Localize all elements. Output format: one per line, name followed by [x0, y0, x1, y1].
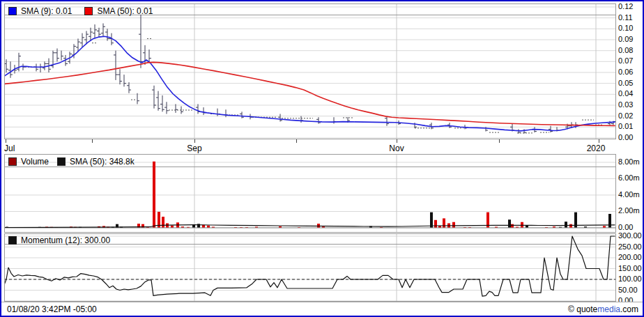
- quotemedia-credit-link[interactable]: © quotemedia.com: [568, 304, 638, 314]
- y-axis-tick-label: 0.05: [618, 79, 644, 88]
- y-axis-tick-label: 200.00: [618, 253, 644, 262]
- x-axis-tick: [397, 139, 397, 143]
- x-axis-tick: [194, 139, 195, 143]
- y-axis-tick-label: 150.00: [618, 264, 644, 273]
- x-axis-tick: [296, 139, 297, 143]
- y-axis-tick-label: 6.00m: [618, 173, 644, 183]
- price-legend: SMA (9): 0.01 SMA (50): 0.01: [8, 6, 153, 16]
- y-axis-tick-label: 250.00: [618, 242, 644, 252]
- x-axis-tick: [599, 139, 599, 143]
- sma50-swatch-icon: [84, 7, 93, 15]
- x-axis-tick: [499, 139, 500, 143]
- quote-timestamp: 01/08/20 3:42PM -05:00: [7, 304, 97, 314]
- legend-item-sma50: SMA (50): 0.01: [84, 6, 153, 16]
- y-axis-tick-label: 0.00: [618, 223, 644, 232]
- y-axis-tick-label: 0.04: [618, 89, 644, 98]
- y-axis-tick-label: 0.10: [618, 24, 644, 33]
- price-chart: [4, 3, 616, 139]
- price-panel: [4, 3, 616, 139]
- x-axis: JulSepNov2020: [4, 139, 616, 154]
- sma50-label: SMA (50): 0.01: [97, 6, 153, 16]
- y-axis-tick-label: 0.07: [618, 56, 644, 65]
- x-axis-label: 2020: [575, 144, 617, 153]
- y-axis-tick-label: 300.00: [618, 231, 644, 240]
- credit-suffix: .com: [620, 304, 638, 314]
- y-axis-tick-label: 0.12: [618, 2, 644, 11]
- x-axis-tick: [6, 139, 6, 143]
- legend-item-volume: Volume: [8, 157, 49, 167]
- y-axis-tick-label: 8.00m: [618, 157, 644, 167]
- legend-item-momentum: Momentum (12): 300.00: [8, 235, 110, 245]
- sma9-label: SMA (9): 0.01: [21, 6, 72, 16]
- momentum-label: Momentum (12): 300.00: [21, 235, 110, 245]
- volume-swatch-icon: [8, 157, 17, 166]
- y-axis-tick-label: 0.02: [618, 111, 644, 121]
- y-axis-tick-label: 0.09: [618, 35, 644, 44]
- credit-highlight: media: [597, 304, 620, 314]
- volume-sma50-label: SMA (50): 348.8k: [70, 157, 135, 167]
- momentum-legend: Momentum (12): 300.00: [8, 235, 110, 245]
- footer-bar: 01/08/20 3:42PM -05:00 © quotemedia.com: [1, 302, 643, 316]
- credit-prefix: © quote: [568, 304, 597, 314]
- x-axis-label: Sep: [174, 144, 215, 153]
- y-axis-tick-label: 0.11: [618, 13, 644, 22]
- sma9-swatch-icon: [8, 7, 17, 15]
- stock-chart-widget: SMA (9): 0.01 SMA (50): 0.01 JulSepNov20…: [0, 0, 644, 317]
- volume-legend: Volume SMA (50): 348.8k: [8, 157, 135, 167]
- y-axis-tick-label: 50.00: [618, 286, 644, 295]
- legend-item-sma9: SMA (9): 0.01: [8, 6, 72, 16]
- y-axis-tick-label: 2.00m: [618, 206, 644, 215]
- volume-sma50-swatch-icon: [57, 157, 66, 166]
- y-axis-tick-label: 4.00m: [618, 190, 644, 199]
- momentum-swatch-icon: [8, 236, 17, 245]
- y-axis-tick-label: 0.01: [618, 122, 644, 131]
- x-axis-label: Nov: [376, 144, 417, 153]
- volume-label: Volume: [21, 157, 49, 167]
- x-axis-label: Jul: [4, 144, 32, 153]
- x-axis-tick: [92, 139, 93, 143]
- y-axis-tick-label: 0.03: [618, 100, 644, 109]
- legend-item-volume-sma50: SMA (50): 348.8k: [57, 157, 135, 167]
- y-axis-tick-label: 0.08: [618, 46, 644, 55]
- y-axis-tick-label: 100.00: [618, 275, 644, 284]
- y-axis-tick-label: 0.06: [618, 68, 644, 77]
- y-axis-tick-label: 0.00: [618, 133, 644, 142]
